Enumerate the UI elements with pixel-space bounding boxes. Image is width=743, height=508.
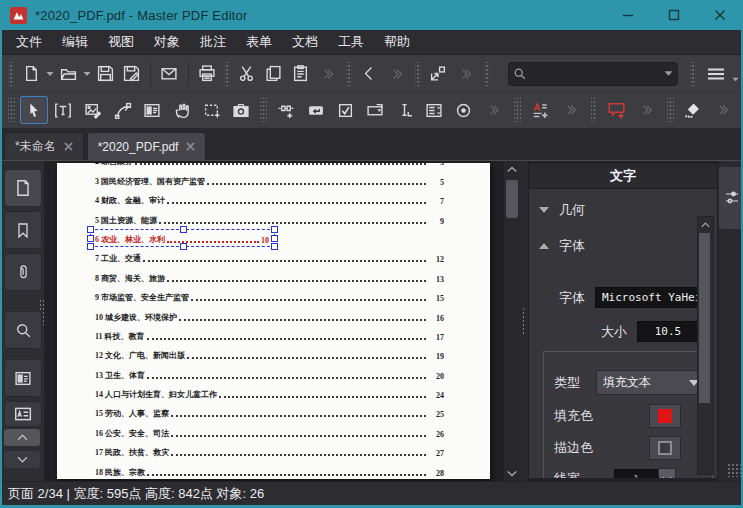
toolbar-grip[interactable] (591, 98, 598, 122)
paste-button[interactable] (288, 60, 313, 88)
menu-dropdown-icon[interactable] (732, 66, 739, 94)
combobox-tool-button[interactable] (361, 96, 389, 124)
toc-row[interactable]: 2 综合政务3 (57, 163, 490, 171)
search-dropdown-icon[interactable] (664, 70, 673, 77)
menu-button[interactable] (701, 60, 731, 88)
toc-row[interactable]: 6 农业、林业、水利10 (57, 230, 490, 249)
toolbar-grip[interactable] (260, 98, 267, 122)
menu-item[interactable]: 工具 (328, 30, 374, 54)
back-button[interactable] (357, 60, 382, 88)
font-size-input[interactable] (637, 321, 699, 342)
toc-row[interactable]: 10 城乡建设、环境保护16 (57, 307, 490, 326)
toolbar-grip[interactable] (667, 98, 674, 122)
text-field-tool-button[interactable] (391, 96, 419, 124)
link-tool-button[interactable] (272, 96, 300, 124)
hand-tool-button[interactable] (168, 96, 196, 124)
toc-row[interactable]: 16 公安、安全、司法26 (57, 423, 490, 442)
toc-row[interactable]: 3 国民经济管理、国有资产监管5 (57, 171, 490, 190)
save-button[interactable] (93, 60, 118, 88)
scroll-up-icon[interactable] (504, 161, 520, 177)
new-document-dropdown-icon[interactable] (45, 60, 55, 88)
line-width-value[interactable]: 1 (614, 469, 658, 479)
close-button[interactable] (697, 0, 743, 30)
select-tool-button[interactable] (20, 96, 48, 124)
document-view[interactable]: 2 综合政务33 国民经济管理、国有资产监管54 财政、金融、审计75 国土资源… (45, 161, 520, 481)
snapshot-tool-button[interactable] (228, 96, 256, 124)
document-scrollbar[interactable] (503, 161, 520, 481)
save-as-button[interactable] (120, 60, 145, 88)
zoom-to-selection-button[interactable] (426, 60, 451, 88)
menu-item[interactable]: 表单 (236, 30, 282, 54)
toc-row[interactable]: 18 民族、宗教28 (57, 462, 490, 479)
stroke-color-button[interactable] (649, 436, 681, 460)
list-box-tool-button[interactable] (420, 96, 448, 124)
toc-row[interactable]: 5 国土资源、能源9 (57, 210, 490, 229)
font-name-input[interactable] (595, 287, 713, 308)
open-file-dropdown-icon[interactable] (82, 60, 92, 88)
tab-close-icon[interactable] (186, 142, 195, 151)
toolbar-grip[interactable] (690, 62, 696, 86)
window-resize-grip[interactable] (727, 463, 741, 477)
menu-item[interactable]: 文档 (282, 30, 328, 54)
edit-text-tool-button[interactable] (50, 96, 78, 124)
selection-handle[interactable] (271, 235, 278, 242)
geometry-section-header[interactable]: 几何 (539, 201, 585, 219)
properties-toggle-tab[interactable] (718, 166, 743, 230)
type-dropdown[interactable]: 填充文本 (596, 370, 706, 395)
copy-button[interactable] (262, 60, 287, 88)
selection-handle[interactable] (87, 235, 94, 242)
pdf-page[interactable]: 2 综合政务33 国民经济管理、国有资产监管54 财政、金融、审计75 国土资源… (57, 163, 490, 479)
push-button-tool-button[interactable] (302, 96, 330, 124)
forms-panel-button[interactable] (4, 359, 42, 397)
panel-scroll-up-icon[interactable] (698, 217, 713, 233)
panel-splitter[interactable] (520, 161, 528, 481)
splitter-grip[interactable] (522, 307, 526, 335)
maximize-button[interactable] (651, 0, 697, 30)
select-area-tool-button[interactable] (198, 96, 226, 124)
menu-item[interactable]: 批注 (190, 30, 236, 54)
pages-panel-button[interactable] (4, 169, 42, 207)
radio-button-tool-button[interactable] (450, 96, 478, 124)
line-width-dropdown-button[interactable] (658, 468, 676, 478)
toc-row[interactable]: 4 财政、金融、审计7 (57, 191, 490, 210)
tab-untitled[interactable]: *未命名 (4, 132, 84, 160)
toolbar-grip[interactable] (346, 62, 352, 86)
toc-row[interactable]: 14 人口与计划生育、妇女儿童工作24 (57, 385, 490, 404)
form-tool-button[interactable] (139, 96, 167, 124)
bookmarks-panel-button[interactable] (4, 211, 42, 249)
toolbar-grip[interactable] (8, 62, 14, 86)
open-file-button[interactable] (56, 60, 81, 88)
toolbar-grip[interactable] (224, 62, 230, 86)
print-button[interactable] (194, 60, 219, 88)
tab-close-icon[interactable] (64, 142, 73, 151)
scrollbar-thumb[interactable] (506, 180, 518, 218)
edit-image-tool-button[interactable] (79, 96, 107, 124)
checkbox-tool-button[interactable] (331, 96, 359, 124)
toolbar-grip[interactable] (514, 98, 521, 122)
highlighter-tool-button[interactable] (679, 96, 707, 124)
menu-item[interactable]: 编辑 (52, 30, 98, 54)
new-document-button[interactable] (19, 60, 44, 88)
font-section-header[interactable]: 字体 (539, 237, 585, 255)
menu-item[interactable]: 视图 (98, 30, 144, 54)
toc-row[interactable]: 8 商贸、海关、旅游13 (57, 268, 490, 287)
sidebar-scroll-up-button[interactable] (4, 429, 40, 446)
toc-row[interactable]: 12 文化、广电、新闻出版19 (57, 346, 490, 365)
toc-row[interactable]: 7 工业、交通12 (57, 249, 490, 268)
panel-scrollbar-thumb[interactable] (699, 233, 710, 403)
attachments-panel-button[interactable] (4, 253, 42, 291)
menu-item[interactable]: 帮助 (374, 30, 420, 54)
toc-row[interactable]: 9 市场监管、安全生产监管15 (57, 288, 490, 307)
toc-row[interactable]: 13 卫生、体育20 (57, 365, 490, 384)
menu-item[interactable]: 文件 (6, 30, 52, 54)
toolbar-grip[interactable] (8, 98, 15, 122)
tab-2020-pdf[interactable]: *2020_PDF.pdf (87, 132, 207, 160)
minimize-button[interactable] (605, 0, 651, 30)
toc-row[interactable]: 17 民政、扶贫、救灾27 (57, 443, 490, 462)
search-panel-button[interactable] (4, 311, 42, 349)
scroll-down-icon[interactable] (504, 465, 520, 481)
panel-scrollbar[interactable] (697, 216, 714, 475)
edit-path-tool-button[interactable] (109, 96, 137, 124)
toolbar-grip[interactable] (484, 62, 490, 86)
add-text-tool-button[interactable] (526, 96, 554, 124)
